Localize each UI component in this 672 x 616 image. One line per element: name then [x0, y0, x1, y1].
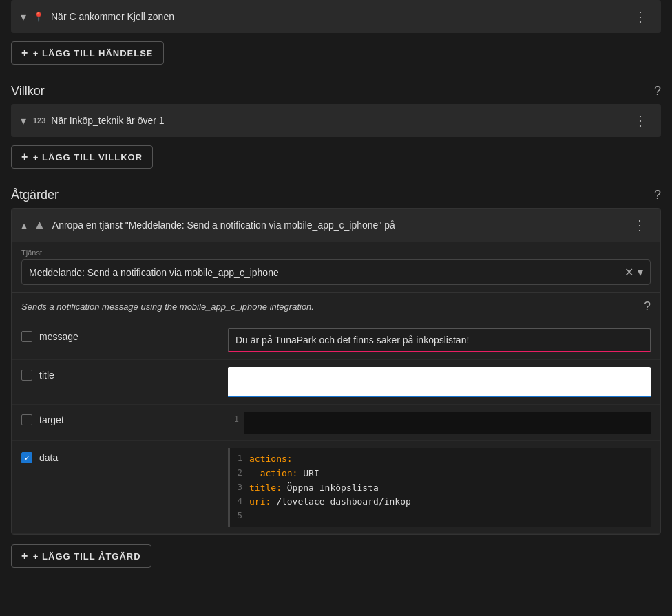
target-checkbox[interactable] [21, 414, 32, 425]
action-label: Anropa en tjänst "Meddelande: Send a not… [52, 220, 629, 231]
service-row: Tjänst Meddelande: Send a notification v… [12, 242, 660, 293]
condition-chevron[interactable]: ▾ [21, 114, 26, 127]
conditions-help-icon[interactable]: ? [654, 84, 661, 98]
trigger-row[interactable]: ▾ 📍 När C ankommer Kjell zonen ⋮ [11, 0, 661, 33]
message-checkbox[interactable] [21, 331, 32, 342]
line-num-4: 4 [230, 495, 249, 508]
target-param-left: target [21, 412, 228, 425]
trigger-label: När C ankommer Kjell zonen [51, 11, 629, 22]
add-action-label: + LÄGG TILL ÅTGÄRD [33, 551, 141, 562]
data-param-left: data [21, 448, 228, 463]
location-icon: 📍 [33, 12, 44, 22]
action-service-icon: ▲ [34, 218, 45, 232]
code-content-2: - action: URI [249, 467, 319, 481]
condition-label: När Inköp_teknik är över 1 [51, 115, 629, 126]
target-param-row: target 1 [12, 405, 660, 441]
data-code-block[interactable]: 1 actions: 2 - action: URI 3 title: Öppn… [228, 448, 651, 527]
message-param-left: message [21, 328, 228, 342]
line-num-5: 5 [230, 509, 249, 522]
code-content-1: actions: [249, 452, 293, 467]
service-input[interactable]: Meddelande: Send a notification via mobi… [21, 259, 651, 285]
add-event-button[interactable]: + + LÄGG TILL HÄNDELSE [11, 41, 164, 65]
target-line-content[interactable] [244, 412, 651, 434]
condition-row[interactable]: ▾ 123 När Inköp_teknik är över 1 ⋮ [11, 104, 661, 137]
title-param-row: title [12, 360, 660, 405]
code-line-1: 1 actions: [230, 452, 651, 467]
description-help-icon[interactable]: ? [644, 299, 651, 314]
trigger-more-button[interactable]: ⋮ [629, 7, 651, 26]
title-param-left: title [21, 367, 228, 381]
line-num-3: 3 [230, 481, 249, 494]
target-line-number: 1 [228, 412, 244, 434]
service-value: Meddelande: Send a notification via mobi… [29, 267, 624, 278]
target-param-name: target [39, 414, 64, 425]
action-chevron[interactable]: ▴ [21, 219, 27, 232]
message-param-name: message [39, 331, 78, 342]
plus-icon-2: + [21, 151, 28, 163]
line-num-1: 1 [230, 452, 249, 465]
plus-icon-3: + [21, 550, 28, 562]
add-condition-label: + LÄGG TILL VILLKOR [33, 152, 143, 162]
trigger-chevron[interactable]: ▾ [21, 10, 26, 23]
condition-more-button[interactable]: ⋮ [629, 111, 651, 130]
message-param-right [228, 328, 651, 352]
data-checkbox[interactable] [21, 452, 32, 463]
add-action-button[interactable]: + + LÄGG TILL ÅTGÄRD [11, 544, 151, 568]
dropdown-chevron-icon[interactable]: ▾ [638, 266, 643, 279]
code-content-4: uri: /lovelace-dashboard/inkop [249, 495, 411, 509]
data-param-right: 1 actions: 2 - action: URI 3 title: Öppn… [228, 448, 651, 527]
title-param-right [228, 367, 651, 397]
code-content-3: title: Öppna Inköpslista [249, 481, 379, 496]
conditions-section-header: Villkor ? [11, 74, 661, 104]
data-param-name: data [39, 452, 58, 463]
title-param-name: title [39, 370, 54, 381]
actions-section-header: Åtgärder ? [11, 178, 661, 208]
code-line-5: 5 [230, 509, 651, 522]
service-field-label: Tjänst [21, 248, 651, 257]
target-code-area[interactable]: 1 [228, 412, 651, 434]
code-line-4: 4 uri: /lovelace-dashboard/inkop [230, 495, 651, 509]
data-param-row: data 1 actions: 2 - action: URI 3 title:… [12, 441, 660, 534]
conditions-title: Villkor [11, 84, 45, 98]
service-description: Sends a notification message using the m… [21, 301, 638, 312]
clear-service-icon[interactable]: ✕ [624, 266, 633, 279]
action-more-button[interactable]: ⋮ [629, 215, 651, 235]
title-input[interactable] [228, 367, 651, 397]
action-item: ▴ ▲ Anropa en tjänst "Meddelande: Send a… [11, 208, 661, 535]
title-checkbox[interactable] [21, 370, 32, 381]
action-header[interactable]: ▴ ▲ Anropa en tjänst "Meddelande: Send a… [12, 209, 660, 242]
code-line-3: 3 title: Öppna Inköpslista [230, 481, 651, 496]
actions-help-icon[interactable]: ? [654, 188, 661, 202]
add-event-label: + LÄGG TILL HÄNDELSE [33, 48, 154, 59]
code-line-2: 2 - action: URI [230, 467, 651, 481]
description-row: Sends a notification message using the m… [12, 293, 660, 321]
target-param-right: 1 [228, 412, 651, 434]
plus-icon: + [21, 47, 28, 59]
condition-type-icon: 123 [33, 116, 45, 125]
message-input[interactable] [228, 328, 651, 352]
line-num-2: 2 [230, 467, 249, 480]
actions-title: Åtgärder [11, 188, 59, 202]
message-param-row: message [12, 321, 660, 360]
add-condition-button[interactable]: + + LÄGG TILL VILLKOR [11, 145, 153, 169]
